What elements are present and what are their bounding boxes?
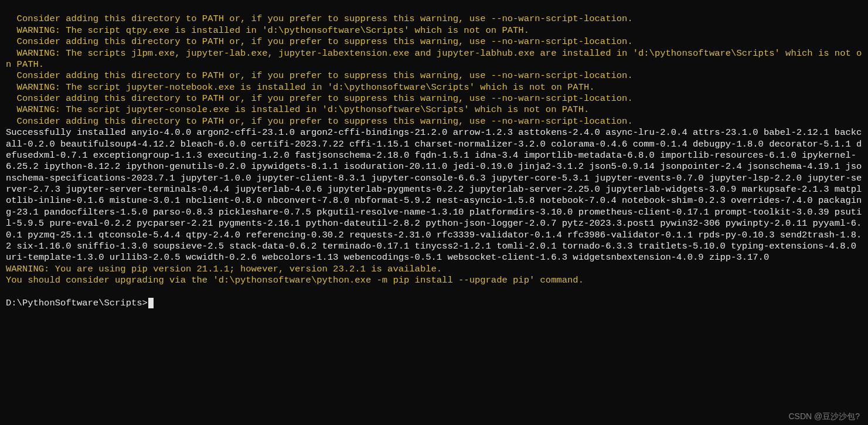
warning-line: Consider adding this directory to PATH o… [6,116,633,127]
warning-line: Consider adding this directory to PATH o… [6,93,633,104]
pip-upgrade-suggestion: You should consider upgrading via the 'd… [6,275,584,285]
warning-line: Consider adding this directory to PATH o… [6,36,633,47]
warning-line: WARNING: The scripts jlpm.exe, jupyter-l… [6,48,862,70]
watermark-text: CSDN @豆沙沙包? [788,412,860,422]
pip-version-warning: WARNING: You are using pip version 21.1.… [6,264,442,274]
command-prompt[interactable]: D:\PythonSoftware\Scripts> [6,298,154,308]
warning-line: WARNING: The script jupyter-notebook.exe… [6,82,595,93]
warning-line: WARNING: The script jupyter-console.exe … [6,104,589,115]
terminal-output[interactable]: Consider adding this directory to PATH o… [0,0,868,311]
warning-line: Consider adding this directory to PATH o… [6,13,633,24]
cursor-icon [148,298,154,308]
warning-line: WARNING: The script qtpy.exe is installe… [6,25,529,36]
prompt-path: D:\PythonSoftware\Scripts> [6,298,148,308]
installed-packages: Successfully installed anyio-4.0.0 argon… [6,127,862,263]
warning-line: Consider adding this directory to PATH o… [6,70,633,81]
